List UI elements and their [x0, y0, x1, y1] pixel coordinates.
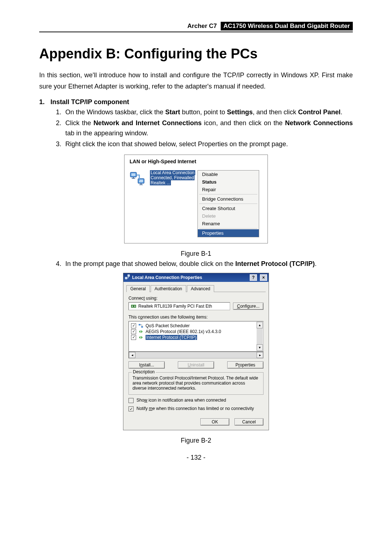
- scroll-up-icon[interactable]: ▴: [257, 322, 263, 328]
- connection-status: Connected, Firewalled: [150, 175, 195, 180]
- svg-rect-3: [132, 178, 135, 179]
- checkbox-icon[interactable]: ✓: [131, 329, 136, 334]
- protocol-icon: [138, 329, 143, 334]
- protocol-icon: [138, 335, 143, 340]
- step-1: On the Windows taskbar, click the Start …: [63, 107, 353, 118]
- menu-shortcut[interactable]: Create Shortcut: [198, 205, 259, 212]
- menu-separator: [199, 194, 257, 194]
- header-model: Archer C7: [187, 22, 218, 30]
- connection-icon: [125, 274, 130, 280]
- scheduler-icon: [138, 324, 143, 328]
- intro-paragraph: In this section, we'll introduce how to …: [39, 70, 353, 92]
- svg-rect-1: [131, 173, 136, 176]
- lan-group-box: LAN or High-Speed Internet: [124, 155, 268, 243]
- page-title: Appendix B: Configuring the PCs: [39, 46, 353, 62]
- install-button[interactable]: Install...: [128, 361, 165, 369]
- show-icon-label: Show icon in notification area when conn…: [136, 398, 226, 403]
- item-label: Internet Protocol (TCP/IP): [146, 335, 197, 340]
- menu-status[interactable]: Status: [198, 178, 259, 186]
- dialog-title: Local Area Connection Properties: [132, 275, 202, 280]
- tab-general[interactable]: General: [126, 285, 150, 292]
- step-4: In the prompt page that showed below, do…: [63, 259, 353, 269]
- ok-button[interactable]: OK: [200, 418, 229, 426]
- figure-b1-caption: Figure B-1: [39, 250, 353, 258]
- item-label: QoS Packet Scheduler: [146, 323, 189, 328]
- adapter-field: Realtek RTL8139 Family PCI Fast Eth: [128, 302, 230, 310]
- connection-adapter: Realtek ...: [150, 180, 171, 185]
- connection-name: Local Area Connection: [150, 170, 195, 175]
- steps-list-cont: In the prompt page that showed below, do…: [39, 259, 353, 269]
- connect-using-label: Connect using:: [128, 296, 264, 301]
- step-3: Right click the icon that showed below, …: [63, 139, 353, 149]
- menu-repair[interactable]: Repair: [198, 186, 259, 193]
- page-header: Archer C7 AC1750 Wireless Dual Band Giga…: [39, 22, 353, 32]
- item-label: AEGIS Protocol (IEEE 802.1x) v3.4.3.0: [146, 329, 221, 334]
- svg-rect-7: [139, 184, 143, 185]
- checkbox-icon[interactable]: [128, 398, 134, 403]
- cancel-button[interactable]: Cancel: [234, 418, 264, 426]
- item-tcpip[interactable]: ✓ Internet Protocol (TCP/IP): [130, 335, 262, 340]
- show-icon-checkbox[interactable]: Show icon in notification area when conn…: [128, 398, 264, 403]
- items-label: This connection uses the following items…: [128, 315, 264, 320]
- svg-rect-6: [140, 183, 142, 184]
- notify-label: Notify me when this connection has limit…: [136, 406, 254, 412]
- scroll-right-icon[interactable]: ▸: [257, 352, 263, 358]
- menu-properties[interactable]: Properties: [198, 229, 259, 237]
- horizontal-scrollbar[interactable]: ◂ ▸: [128, 352, 264, 358]
- configure-button[interactable]: Configure...: [233, 303, 264, 310]
- connection-items-list[interactable]: ✓ QoS Packet Scheduler ✓ AEGIS Protocol …: [128, 321, 264, 352]
- menu-separator: [199, 228, 257, 229]
- checkbox-icon[interactable]: ✓: [131, 323, 136, 328]
- svg-rect-9: [128, 275, 130, 276]
- svg-rect-11: [132, 305, 133, 307]
- description-group: Description Transmission Control Protoco…: [128, 372, 264, 395]
- dialog-titlebar[interactable]: Local Area Connection Properties ? ×: [123, 273, 269, 282]
- figure-b2-caption: Figure B-2: [39, 437, 353, 444]
- dialog-tabs: General Authentication Advanced: [126, 285, 266, 292]
- notify-checkbox[interactable]: ✓ Notify me when this connection has lim…: [128, 406, 264, 412]
- svg-rect-13: [139, 324, 140, 325]
- menu-separator: [199, 204, 257, 204]
- tab-advanced[interactable]: Advanced: [187, 285, 214, 292]
- svg-rect-12: [134, 305, 135, 307]
- description-text: Transmission Control Protocol/Internet P…: [132, 376, 260, 391]
- close-button[interactable]: ×: [260, 274, 267, 281]
- section-title: Install TCP/IP component: [50, 98, 129, 106]
- menu-rename[interactable]: Rename: [198, 220, 259, 227]
- checkbox-icon[interactable]: ✓: [128, 406, 134, 411]
- nic-icon: [131, 304, 136, 308]
- checkbox-icon[interactable]: ✓: [131, 335, 136, 340]
- menu-disable[interactable]: Disable: [198, 171, 259, 178]
- section-number: 1.: [39, 98, 45, 106]
- uninstall-button: Uninstall: [178, 361, 214, 369]
- section-heading: 1. Install TCP/IP component: [39, 98, 353, 106]
- tab-authentication[interactable]: Authentication: [151, 285, 186, 292]
- context-menu: Disable Status Repair Bridge Connections…: [197, 170, 259, 237]
- scroll-down-icon[interactable]: ▾: [257, 344, 263, 351]
- svg-rect-2: [133, 177, 134, 178]
- menu-bridge[interactable]: Bridge Connections: [198, 195, 259, 203]
- page-number: - 132 -: [39, 454, 353, 461]
- menu-delete: Delete: [198, 212, 259, 220]
- properties-button[interactable]: Properties: [227, 361, 264, 369]
- svg-rect-8: [125, 277, 127, 279]
- description-legend: Description: [132, 369, 156, 374]
- adapter-name: Realtek RTL8139 Family PCI Fast Eth: [138, 304, 212, 309]
- scroll-left-icon[interactable]: ◂: [129, 352, 135, 358]
- steps-list: On the Windows taskbar, click the Start …: [39, 107, 353, 149]
- step-2: Click the Network and Internet Connectio…: [63, 118, 353, 139]
- connection-icon[interactable]: [130, 170, 146, 237]
- properties-dialog: Local Area Connection Properties ? × Gen…: [123, 273, 269, 430]
- header-product: AC1750 Wireless Dual Band Gigabit Router: [221, 22, 353, 30]
- help-button[interactable]: ?: [250, 274, 257, 281]
- item-aegis[interactable]: ✓ AEGIS Protocol (IEEE 802.1x) v3.4.3.0: [130, 329, 262, 335]
- item-qos[interactable]: ✓ QoS Packet Scheduler: [130, 323, 262, 329]
- vertical-scrollbar[interactable]: ▴ ▾: [257, 322, 263, 351]
- lan-group-label: LAN or High-Speed Internet: [130, 159, 262, 164]
